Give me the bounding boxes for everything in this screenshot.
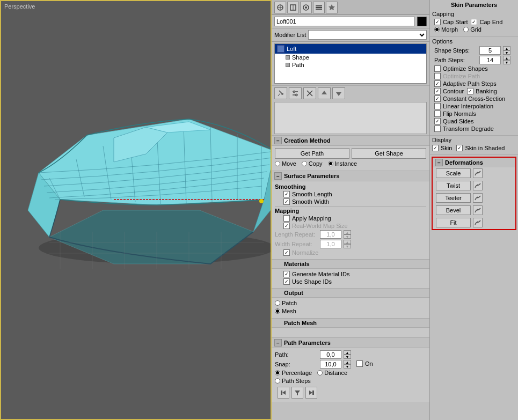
path-params-section-bar[interactable]: − Path Parameters [272,337,429,348]
modifier-list-dropdown[interactable] [308,30,427,40]
surface-params-section-bar[interactable]: − Surface Parameters [272,171,429,181]
snap-on-check[interactable] [356,360,363,367]
toolbar-icon-1[interactable] [274,2,286,13]
modifier-stack[interactable]: Loft Shape Path [274,43,427,84]
width-repeat-input[interactable] [320,240,341,248]
output-radio-patch[interactable]: Patch [275,300,297,306]
object-name-input[interactable] [274,17,415,26]
banking-check[interactable] [467,88,473,94]
shape-steps-down[interactable]: ▼ [503,50,510,55]
deformations-toggle[interactable]: − [435,159,443,166]
path-up[interactable]: ▲ [344,350,351,355]
deform-teeter-graph-icon[interactable] [473,193,483,203]
skin-shaded-check[interactable] [456,145,463,151]
path-params-toggle[interactable]: − [274,339,282,347]
smooth-width-check[interactable] [283,198,290,205]
width-repeat-down[interactable]: ▼ [344,244,351,248]
toolbar-icon-2[interactable] [287,2,299,13]
output-radio-mesh[interactable]: Mesh [275,308,296,314]
contour-check[interactable] [434,88,441,94]
radio-copy[interactable]: Copy [302,160,323,167]
path-percentage-radio[interactable]: Percentage [275,370,312,376]
pin-icon[interactable] [274,87,287,99]
snap-input[interactable] [320,360,341,369]
length-repeat-arrows[interactable]: ▲ ▼ [344,230,351,239]
get-shape-button[interactable]: Get Shape [352,148,426,159]
optimize-path-check[interactable] [434,73,441,79]
move-up-icon[interactable] [318,87,331,99]
shape-steps-arrows[interactable]: ▲ ▼ [503,46,510,55]
shape-steps-up[interactable]: ▲ [503,46,510,50]
snap-arrows[interactable]: ▲ ▼ [344,360,351,369]
skin-display-check[interactable] [432,145,439,151]
path-nav-next[interactable] [305,387,317,399]
deform-bevel-button[interactable]: Bevel [436,205,471,215]
toolbar-icon-3[interactable] [300,2,312,13]
cap-start-check[interactable] [434,19,441,25]
patch-mesh-section-bar[interactable]: Patch Mesh [272,318,429,328]
creation-method-toggle[interactable]: − [274,137,282,144]
path-steps-input[interactable] [479,56,501,64]
path-nav-filter[interactable] [291,387,303,399]
toolbar-icon-4[interactable] [313,2,325,13]
stack-item-loft[interactable]: Loft [275,44,426,54]
length-repeat-up[interactable]: ▲ [344,230,351,234]
deformations-section-bar[interactable]: − Deformations [433,158,515,167]
path-down[interactable]: ▼ [344,355,351,359]
shape-steps-input[interactable] [479,46,501,55]
transform-degrade-check[interactable] [434,126,441,132]
deform-twist-graph-icon[interactable] [473,181,483,190]
width-repeat-up[interactable]: ▲ [344,240,351,244]
linear-interp-check[interactable] [434,103,441,109]
path-input[interactable] [320,350,341,359]
width-repeat-arrows[interactable]: ▲ ▼ [344,240,351,248]
delete-icon[interactable] [303,87,316,99]
adaptive-path-check[interactable] [434,80,441,87]
path-distance-radio[interactable]: Distance [317,370,347,376]
path-steps-radio-item[interactable]: Path Steps [275,378,311,384]
stack-item-shape[interactable]: Shape [275,54,426,61]
deform-teeter-button[interactable]: Teeter [436,193,471,203]
smooth-length-check[interactable] [283,191,290,197]
path-arrows[interactable]: ▲ ▼ [344,350,351,359]
quad-sides-check[interactable] [434,118,441,124]
radio-move[interactable]: Move [275,160,296,167]
use-shape-ids-check[interactable] [283,278,290,285]
stack-item-path[interactable]: Path [275,61,426,69]
path-steps-up[interactable]: ▲ [503,56,510,60]
materials-section-bar[interactable]: Materials [272,259,429,269]
deform-fit-button[interactable]: Fit [436,218,471,227]
cap-morph-radio[interactable]: Morph [434,26,458,33]
controls-icon[interactable] [289,87,302,99]
path-steps-arrows[interactable]: ▲ ▼ [503,56,510,64]
snap-up[interactable]: ▲ [344,360,351,364]
surface-params-toggle[interactable]: − [274,172,282,180]
constant-cross-check[interactable] [434,95,441,102]
snap-down[interactable]: ▼ [344,364,351,369]
output-section-bar[interactable]: Output [272,288,429,298]
length-repeat-input[interactable] [320,230,341,239]
path-nav-prev[interactable] [278,387,289,399]
apply-mapping-check[interactable] [283,215,290,222]
radio-instance[interactable]: Instance [328,160,358,167]
object-color-swatch[interactable] [417,17,427,26]
deform-scale-button[interactable]: Scale [436,168,471,178]
path-steps-down[interactable]: ▼ [503,60,510,64]
generate-material-ids-check[interactable] [283,271,290,277]
cap-end-check[interactable] [471,19,477,25]
creation-method-section-bar[interactable]: − Creation Method [272,135,429,146]
flip-normals-check[interactable] [434,110,441,117]
optimize-shapes-check[interactable] [434,65,441,72]
normalize-check[interactable] [283,249,290,256]
get-path-button[interactable]: Get Path [275,148,349,159]
real-world-check[interactable] [283,223,290,229]
deform-bevel-graph-icon[interactable] [473,205,483,215]
toolbar-icon-5[interactable] [326,2,338,13]
length-repeat-down[interactable]: ▼ [344,234,351,239]
cap-grid-radio[interactable]: Grid [463,26,481,33]
move-down-icon[interactable] [332,87,345,99]
viewport-3d[interactable]: Perspective TOP [0,0,272,420]
deform-twist-button[interactable]: Twist [436,181,471,190]
deform-fit-graph-icon[interactable] [473,218,483,227]
deform-scale-graph-icon[interactable] [473,168,483,178]
